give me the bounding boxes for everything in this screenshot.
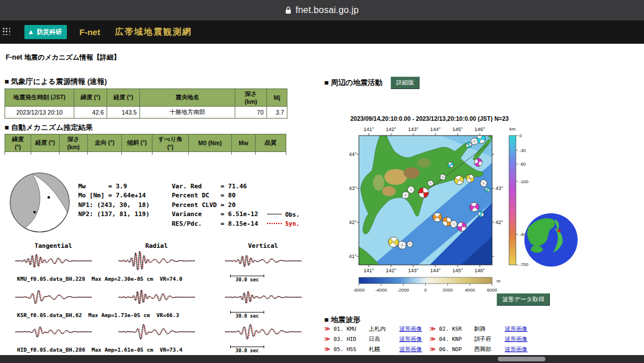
station-name: 訓子府 xyxy=(474,335,501,343)
mech-mw: 3.9 xyxy=(232,152,256,155)
waveform-plot-hid-vertical xyxy=(225,320,302,343)
p-axis-dot xyxy=(33,211,36,214)
mech-col-quality: 品質 xyxy=(256,134,286,152)
mech-m0: 7.64e+14 xyxy=(189,152,232,155)
download-waveform-button[interactable]: 波形データ取得 xyxy=(497,293,550,306)
jma-col-lat: 緯度 (°) xyxy=(74,89,107,107)
param-mo: Mo [Nm] = 7.64e+14 xyxy=(78,192,172,199)
mountain-patch xyxy=(373,175,384,191)
browser-address-bar[interactable]: fnet.bosai.go.jp xyxy=(0,0,644,20)
detail-version-button[interactable]: 詳細版 xyxy=(391,77,420,89)
mountain-patch xyxy=(417,158,431,167)
apps-grid-icon[interactable] xyxy=(3,28,11,36)
time-scale-bar: 30.0 sec xyxy=(230,347,264,353)
waveform-image-link[interactable]: 波形画像 xyxy=(505,335,527,343)
lock-icon xyxy=(285,6,291,14)
lat-label: 44° xyxy=(349,151,357,157)
marker-icon: ≫ xyxy=(324,346,330,352)
marker-icon: ≫ xyxy=(430,326,435,332)
mech-table: 緯度 (°) 経度 (°) 深さ (km) 走向 (°) 傾斜 (°) すべり角… xyxy=(5,134,286,155)
mech-col-rake: すべり角 (°) xyxy=(152,134,189,152)
station-list: ≫ 01. KMU 上札内 波形画像 ≫ 02. KSR 釧路 波形画像 ≫ 0… xyxy=(324,325,549,353)
depth-tick-label: -30 xyxy=(519,148,526,153)
globe-inset xyxy=(523,212,579,268)
page-content: F-net 地震のメカニズム情報【詳細】 ■ 気象庁による震源情報 (速報) 地… xyxy=(0,44,644,355)
param-dc: Percent DC = 80 xyxy=(172,192,267,199)
station-name: 釧路 xyxy=(474,325,501,333)
jma-time: 2023/12/13 20:10 xyxy=(5,107,74,119)
mountain-patch xyxy=(404,167,420,179)
jma-lon: 143.5 xyxy=(107,107,140,119)
elev-tick-label: 4000 xyxy=(465,288,475,293)
jma-lat: 42.6 xyxy=(74,107,107,119)
lat-label: 43° xyxy=(349,185,357,191)
lon-label: 142° xyxy=(385,126,396,132)
jma-heading: ■ 気象庁による震源情報 (速報) xyxy=(5,77,107,87)
waveform-plot-kmu-tangential xyxy=(15,250,92,272)
mech-col-mw: Mw xyxy=(232,134,256,152)
mech-col-strike: 走向 (°) xyxy=(88,134,122,152)
waveform-image-link[interactable]: 波形画像 xyxy=(399,335,422,343)
waveform-plot-kmu-radial xyxy=(118,250,195,272)
waveform-column-tangential: Tangential xyxy=(5,242,102,250)
jma-region: 十勝地方南部 xyxy=(140,107,235,119)
mech-col-depth: 深さ (km) xyxy=(60,134,88,152)
jma-depth: 70 xyxy=(235,107,267,119)
activity-header: ■ 周辺の地震活動 詳細版 xyxy=(324,77,420,89)
station-name: 西興部 xyxy=(474,345,501,353)
depth-tick-label: -100 xyxy=(519,179,529,184)
lon-label: 144° xyxy=(430,268,441,273)
waveform-label-ksr: KSR_f0.05.data_BH,62 Max Amp=1.73e-05 cm… xyxy=(5,312,317,319)
site-title[interactable]: 広帯域地震観測網 xyxy=(115,27,192,37)
depth-unit-label: km xyxy=(510,126,516,132)
waveform-plot-kmu-vertical xyxy=(225,250,302,272)
marker-icon: ≫ xyxy=(430,336,435,342)
mech-strike: 243 ; 137 xyxy=(88,152,122,155)
legend-syn: Syn. xyxy=(267,220,299,227)
waveform-image-link[interactable]: 波形画像 xyxy=(399,325,422,333)
site-header: 防災科研 F-net 広帯域地震観測網 xyxy=(0,20,644,44)
lon-label: 143° xyxy=(408,268,419,273)
waveform-plot-ksr-tangential xyxy=(15,286,92,309)
obs-line-sample xyxy=(267,214,282,214)
param-np2: NP2: (137, 81, 119) xyxy=(78,210,172,218)
waveform-image-link[interactable]: 波形画像 xyxy=(505,345,527,353)
depth-tick-label: 0 xyxy=(519,133,522,138)
mech-quality: 71.46 xyxy=(256,152,286,155)
param-res: RES/Pdc. = 8.15e-14 xyxy=(172,220,267,227)
lat-ticks-left xyxy=(357,154,359,256)
scrollbar-thumb[interactable] xyxy=(498,357,545,361)
waveform-image-link[interactable]: 波形画像 xyxy=(505,325,527,333)
jma-mj: 3.7 xyxy=(267,107,287,119)
brand-fnet[interactable]: F-net xyxy=(79,27,100,37)
nied-logo-text: 防災科研 xyxy=(37,28,62,36)
lon-label: 141° xyxy=(363,126,374,132)
map-interior xyxy=(359,133,492,265)
activity-heading: ■ 周辺の地震活動 xyxy=(324,78,383,88)
mech-lon: 143.5 xyxy=(31,152,60,155)
elev-tick-label: 2000 xyxy=(443,288,453,293)
syn-line-sample xyxy=(267,223,282,224)
jma-col-time: 地震発生時刻 (JST) xyxy=(5,89,74,107)
depth-colorbar xyxy=(509,136,516,265)
marker-icon: ≫ xyxy=(324,326,330,332)
param-clvd: Percent CLVD = 20 xyxy=(172,201,267,209)
lon-label: 145° xyxy=(452,268,463,273)
mech-rake: 18 ; 119 xyxy=(152,152,189,155)
mountain-patch xyxy=(384,169,407,185)
param-np1: NP1: (243, 30, 18) xyxy=(78,201,172,209)
lon-label: 146° xyxy=(474,126,485,132)
waveform-plot-ksr-vertical xyxy=(225,286,302,309)
elev-tick-label: 6000 xyxy=(487,288,497,293)
nied-logo[interactable]: 防災科研 xyxy=(24,25,67,39)
mountain-patch xyxy=(382,186,396,196)
bottom-bar xyxy=(0,355,644,363)
t-axis-dot xyxy=(48,196,50,199)
elev-tick-label: -2000 xyxy=(397,288,409,293)
elev-unit-label: m xyxy=(497,278,501,284)
waveform-label-kmu: KMU_f0.05.data_BH,228 Max Amp=2.30e-05 c… xyxy=(5,276,317,282)
waveform-image-link[interactable]: 波形画像 xyxy=(399,345,422,353)
station-name: 日高 xyxy=(368,335,396,343)
solution-params: Mw = 3.9Var. Red = 71.46 Mo [Nm] = 7.64e… xyxy=(78,182,299,229)
mech-lat: 42.6 xyxy=(5,152,31,155)
